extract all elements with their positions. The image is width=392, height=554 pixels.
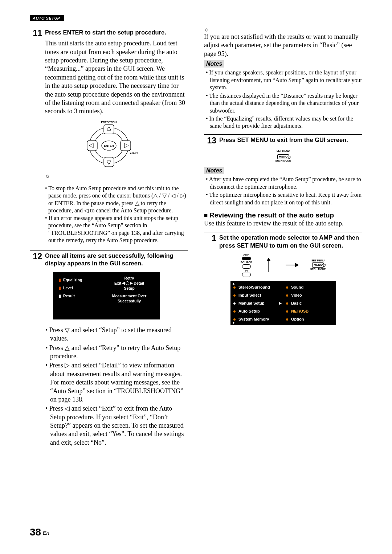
left-column: 11 Press ENTER to start the setup proced… xyxy=(30,24,188,453)
remote-diagram: AMP SOURCE TV SET MENU MENU SRCH MODE xyxy=(204,253,362,277)
osd-detail: Detail xyxy=(134,281,144,285)
selector-source: SOURCE xyxy=(241,261,252,264)
step-number: 1 xyxy=(204,234,216,243)
gui-right-item: Sound xyxy=(291,285,303,289)
page-number-value: 38 xyxy=(30,526,41,538)
notes-label: Notes xyxy=(204,60,224,68)
section-intro: Use this feature to review the result of… xyxy=(204,219,362,228)
svg-rect-2 xyxy=(104,125,114,134)
osd-left-item: Level xyxy=(63,286,73,290)
step-1: 1 Set the operation mode selector to AMP… xyxy=(204,234,362,249)
list-item: Press ▷ and select “Detail” to view info… xyxy=(50,361,188,404)
gui-left-item: Auto Setup xyxy=(238,309,260,313)
menu-bottom-label: SRCH MODE xyxy=(204,159,362,162)
step12-bullets: Press ▽ and select “Setup” to set the me… xyxy=(50,326,188,447)
list-item: In the “Equalizing” results, different v… xyxy=(210,115,362,130)
svg-rect-8 xyxy=(121,140,131,151)
right-column: If you are not satisfied with the result… xyxy=(204,24,362,453)
notes-list: If you change speakers, speaker position… xyxy=(204,69,362,130)
tip-icon xyxy=(45,173,49,179)
list-item: The optimizer microphone is sensitive to… xyxy=(210,191,362,206)
tip-item: If an error message appears and this uni… xyxy=(45,215,188,244)
osd-msg2: Successfully xyxy=(118,299,141,303)
list-item: Press △ and select “Retry” to retry the … xyxy=(50,344,188,361)
osd-left-item: Equalizing xyxy=(63,278,82,282)
divider xyxy=(30,250,188,250)
section-heading: Reviewing the result of the auto setup xyxy=(204,211,362,219)
list-item: Press ▽ and select “Setup” to set the me… xyxy=(50,326,188,343)
gui-left-item: Manual Setup xyxy=(238,301,265,305)
step-number: 11 xyxy=(30,29,42,38)
step-12: 12 Once all items are set successfully, … xyxy=(30,252,188,267)
osd-msg1: Measurement Over xyxy=(112,294,147,298)
step-heading: Press SET MENU to exit from the GUI scre… xyxy=(219,136,348,144)
notes-label: Notes xyxy=(204,167,224,174)
menu-center-label: MENU xyxy=(314,263,322,266)
page-lang: En xyxy=(43,530,49,536)
gui-right-item: NET/USB xyxy=(291,309,309,313)
list-item: The distances displayed in the “Distance… xyxy=(210,92,362,114)
mode-selector: AMP SOURCE TV xyxy=(241,253,252,277)
list-item: After you have completed the “Auto Setup… xyxy=(210,176,362,191)
menu-bottom-label: SRCH MODE xyxy=(310,268,326,271)
page-number: 38 En xyxy=(30,526,49,538)
gui-right-item: Basic xyxy=(291,301,302,305)
svg-marker-12 xyxy=(267,258,270,261)
step-heading: Once all items are set successfully, fol… xyxy=(45,252,188,267)
right-triangle-icon: ▶ xyxy=(279,301,282,305)
dpad-center-label: ENTER xyxy=(104,144,114,147)
right-arrow-icon xyxy=(285,261,299,269)
osd-left-item: Result xyxy=(63,294,75,298)
up-arrow-icon xyxy=(263,257,274,273)
tip-item: To stop the Auto Setup procedure and set… xyxy=(45,185,188,215)
svg-marker-14 xyxy=(295,263,299,267)
osd-setup: Setup xyxy=(104,286,155,290)
menu-top-label: SET MENU xyxy=(204,150,362,152)
osd-retry: Retry xyxy=(104,276,155,280)
right-arrow-icon: ▶ xyxy=(130,281,133,285)
menu-button: SET MENU MENU SRCH MODE xyxy=(310,259,326,271)
menu-button-icon: MENU xyxy=(277,154,289,159)
selector-tv: TV xyxy=(241,269,252,272)
step-body: This unit starts the auto setup procedur… xyxy=(45,39,188,116)
right-tip-text: If you are not satisfied with the result… xyxy=(204,33,362,58)
gui-left-item: Stereo/Surround xyxy=(238,285,270,289)
step-heading: Set the operation mode selector to AMP a… xyxy=(219,234,362,249)
osd-screen: ▮Equalizing ▮Level ▮Result Retry Exit ◀ … xyxy=(53,272,160,319)
step-number: 12 xyxy=(30,252,42,261)
dpad-right-label: A/B/C/D/E xyxy=(130,152,138,155)
gui-left-item: System Memory xyxy=(238,317,269,321)
step11-tips: To stop the Auto Setup procedure and set… xyxy=(45,185,188,244)
gui-left-item: Input Select xyxy=(238,293,261,297)
svg-rect-4 xyxy=(104,157,114,167)
divider xyxy=(204,134,362,135)
remote-dpad-icon: PRESET/CH ENTER A/B/C/D/E xyxy=(80,119,138,170)
left-arrow-icon: ◀ xyxy=(122,281,125,285)
dpad-top-label: PRESET/CH xyxy=(101,121,117,124)
tip-icon xyxy=(204,27,208,32)
notes-list: After you have completed the “Auto Setup… xyxy=(204,176,362,206)
step-number: 13 xyxy=(204,136,216,145)
down-triangle-icon: ▼ xyxy=(232,321,235,325)
step-13: 13 Press SET MENU to exit from the GUI s… xyxy=(204,136,362,145)
menu-button-icon: MENU xyxy=(312,262,324,268)
divider xyxy=(30,27,188,27)
selector-amp: AMP xyxy=(241,253,252,256)
gui-menu-screen: ▲ Stereo/Surround Sound Input Select Vid… xyxy=(230,281,336,325)
list-item: Press ◁ and select “Exit” to exit from t… xyxy=(50,404,188,447)
osd-exit: Exit xyxy=(114,281,121,285)
gui-right-item: Video xyxy=(291,293,302,297)
menu-top-label: SET MENU xyxy=(310,259,326,262)
svg-rect-6 xyxy=(87,140,97,151)
divider xyxy=(204,232,362,232)
gui-right-item: Option xyxy=(291,317,304,321)
menu-center-label: MENU xyxy=(279,155,287,158)
menu-button-diagram: SET MENU MENU SRCH MODE xyxy=(204,150,362,162)
list-item: If you change speakers, speaker position… xyxy=(210,69,362,91)
step-heading: Press ENTER to start the setup procedure… xyxy=(45,29,166,36)
step-11: 11 Press ENTER to start the setup proced… xyxy=(30,29,188,38)
section-tab: AUTO SETUP xyxy=(30,15,64,21)
